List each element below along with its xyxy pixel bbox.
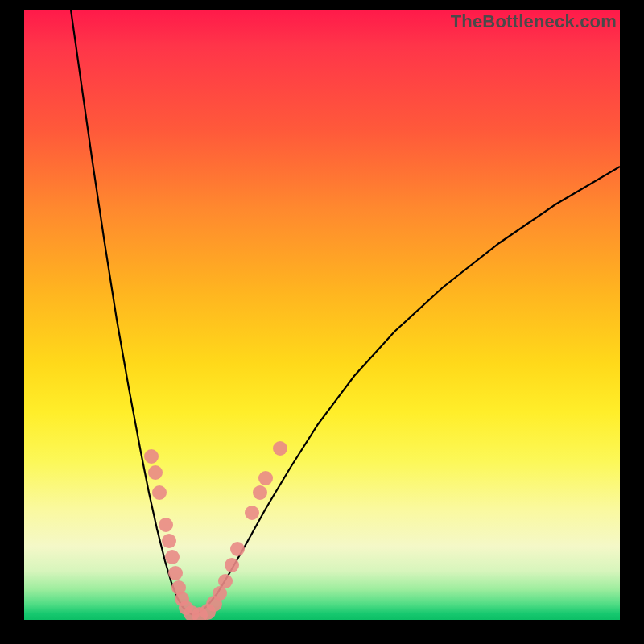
data-marker [253,485,267,500]
data-marker [159,518,173,532]
left-curve [71,10,193,615]
data-marker [218,574,233,588]
chart-plot-area [24,10,620,620]
watermark-text: TheBottleneck.com [451,11,617,32]
data-marker [258,471,273,485]
data-marker [230,542,245,556]
curve-group [71,10,620,615]
data-marker [165,550,180,564]
chart-svg [24,10,620,620]
right-curve [193,167,620,615]
markers-group [144,441,287,620]
data-marker [148,465,163,480]
data-marker [273,441,287,456]
data-marker [225,558,239,572]
data-marker [245,506,259,520]
data-marker [162,534,176,548]
data-marker [144,449,159,464]
data-marker [152,485,167,500]
data-marker [168,566,183,580]
